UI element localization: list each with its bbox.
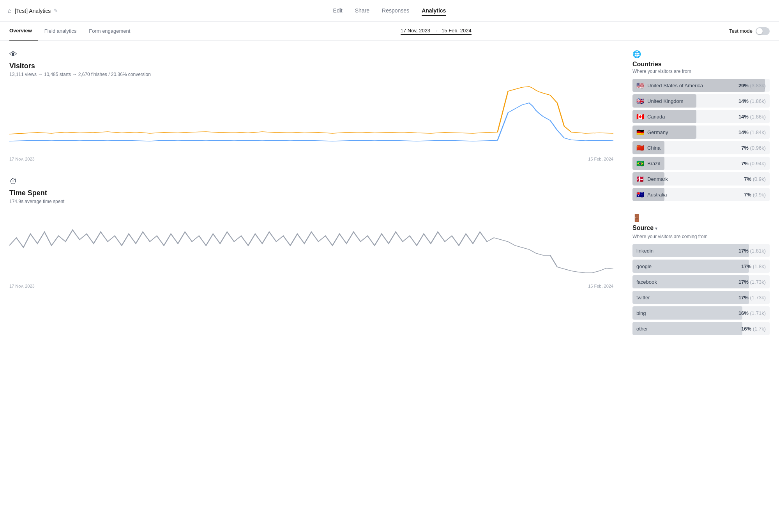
country-flag: 🇬🇧 bbox=[636, 97, 644, 105]
country-flag: 🇺🇸 bbox=[636, 82, 644, 89]
country-value: 7% (0.9k) bbox=[744, 176, 766, 182]
country-item: 🇺🇸 United States of America 29% (3.83k) bbox=[632, 79, 770, 92]
source-section: 🚪 Source ▾ Where your visitors are comin… bbox=[632, 214, 770, 335]
source-count: (1.8k) bbox=[753, 263, 766, 269]
visitors-section: 👁 Visitors 13,111 views → 10,485 starts … bbox=[9, 50, 613, 161]
visitors-title: Visitors bbox=[9, 62, 613, 70]
time-spent-section: ⏱ Time Spent 174.9s average time spent 1… bbox=[9, 177, 613, 288]
time-spent-chart bbox=[9, 210, 613, 281]
right-panel: 🌐 Countries Where your visitors are from… bbox=[623, 41, 779, 357]
country-count: (3.83k) bbox=[750, 83, 766, 88]
time-spent-date-end: 15 Feb, 2024 bbox=[588, 284, 613, 288]
country-flag: 🇩🇪 bbox=[636, 129, 644, 136]
country-value: 14% (1.86k) bbox=[738, 114, 766, 120]
country-label: Germany bbox=[647, 129, 738, 135]
source-label: twitter bbox=[636, 295, 738, 300]
main-content: 👁 Visitors 13,111 views → 10,485 starts … bbox=[0, 41, 779, 357]
toggle-knob bbox=[756, 28, 763, 34]
source-value: 17% (1.8k) bbox=[741, 263, 766, 269]
visitors-chart bbox=[9, 83, 613, 154]
source-subtitle: Where your visitors are coming from bbox=[632, 234, 770, 239]
source-label: google bbox=[636, 263, 741, 269]
time-spent-icon: ⏱ bbox=[9, 177, 613, 186]
time-spent-date-start: 17 Nov, 2023 bbox=[9, 284, 35, 288]
source-title[interactable]: Source bbox=[632, 224, 654, 232]
source-list: linkedin 17% (1.81k) google 17% (1.8k) f… bbox=[632, 244, 770, 335]
country-value: 14% (1.84k) bbox=[738, 129, 766, 135]
time-spent-stats: 174.9s average time spent bbox=[9, 199, 613, 204]
country-count: (1.86k) bbox=[750, 98, 766, 104]
country-item: 🇧🇷 Brazil 7% (0.94k) bbox=[632, 157, 770, 170]
source-count: (1.7k) bbox=[753, 326, 766, 332]
source-item: google 17% (1.8k) bbox=[632, 260, 770, 273]
source-count: (1.81k) bbox=[750, 248, 766, 254]
country-value: 7% (0.96k) bbox=[741, 145, 766, 151]
sub-nav-tabs: Overview Field analytics Form engagement bbox=[9, 22, 143, 41]
source-count: (1.71k) bbox=[750, 310, 766, 316]
source-count: (1.73k) bbox=[750, 279, 766, 285]
source-value: 17% (1.81k) bbox=[738, 248, 766, 254]
source-item: twitter 17% (1.73k) bbox=[632, 291, 770, 304]
tab-field-analytics[interactable]: Field analytics bbox=[44, 22, 83, 41]
countries-list: 🇺🇸 United States of America 29% (3.83k) … bbox=[632, 79, 770, 201]
countries-section: 🌐 Countries Where your visitors are from… bbox=[632, 50, 770, 201]
source-count: (1.73k) bbox=[750, 295, 766, 300]
country-count: (0.9k) bbox=[753, 176, 766, 182]
country-count: (0.94k) bbox=[750, 161, 766, 166]
source-label: other bbox=[636, 326, 741, 332]
country-value: 29% (3.83k) bbox=[738, 83, 766, 88]
country-label: United States of America bbox=[647, 83, 738, 88]
sub-nav: Overview Field analytics Form engagement… bbox=[0, 22, 779, 41]
nav-item-responses[interactable]: Responses bbox=[382, 6, 409, 16]
date-end: 15 Feb, 2024 bbox=[442, 28, 472, 34]
source-item: linkedin 17% (1.81k) bbox=[632, 244, 770, 257]
country-count: (0.96k) bbox=[750, 145, 766, 151]
visitors-icon: 👁 bbox=[9, 50, 613, 59]
nav-item-edit[interactable]: Edit bbox=[333, 6, 343, 16]
tab-overview[interactable]: Overview bbox=[9, 22, 38, 41]
nav-title: [Test] Analytics bbox=[15, 8, 51, 14]
date-range[interactable]: 17 Nov, 2023 → 15 Feb, 2024 bbox=[401, 28, 472, 35]
time-spent-chart-svg bbox=[9, 210, 613, 281]
country-label: Canada bbox=[647, 114, 738, 120]
source-value: 16% (1.71k) bbox=[738, 310, 766, 316]
country-flag: 🇩🇰 bbox=[636, 175, 644, 183]
source-title-row: Source ▾ bbox=[632, 224, 770, 232]
source-value: 17% (1.73k) bbox=[738, 295, 766, 300]
source-item: facebook 17% (1.73k) bbox=[632, 275, 770, 288]
tab-form-engagement[interactable]: Form engagement bbox=[89, 22, 136, 41]
left-panel: 👁 Visitors 13,111 views → 10,485 starts … bbox=[0, 41, 623, 357]
home-icon[interactable]: ⌂ bbox=[8, 7, 12, 14]
source-label: bing bbox=[636, 310, 738, 316]
visitors-chart-labels: 17 Nov, 2023 15 Feb, 2024 bbox=[9, 157, 613, 161]
country-item: 🇦🇺 Australia 7% (0.9k) bbox=[632, 188, 770, 201]
country-count: (0.9k) bbox=[753, 192, 766, 198]
countries-subtitle: Where your visitors are from bbox=[632, 69, 770, 74]
nav-left: ⌂ [Test] Analytics ✎ bbox=[8, 7, 58, 14]
country-flag: 🇨🇳 bbox=[636, 144, 644, 152]
nav-item-analytics[interactable]: Analytics bbox=[422, 6, 446, 16]
test-mode-label: Test mode bbox=[729, 28, 753, 34]
visitors-date-start: 17 Nov, 2023 bbox=[9, 157, 35, 161]
country-label: Brazil bbox=[647, 161, 741, 166]
country-item: 🇨🇦 Canada 14% (1.86k) bbox=[632, 110, 770, 123]
country-flag: 🇦🇺 bbox=[636, 191, 644, 198]
country-item: 🇨🇳 China 7% (0.96k) bbox=[632, 141, 770, 154]
edit-icon[interactable]: ✎ bbox=[54, 8, 58, 14]
source-value: 17% (1.73k) bbox=[738, 279, 766, 285]
source-label: linkedin bbox=[636, 248, 738, 254]
country-flag: 🇧🇷 bbox=[636, 160, 644, 167]
time-spent-title: Time Spent bbox=[9, 189, 613, 197]
country-value: 14% (1.86k) bbox=[738, 98, 766, 104]
source-value: 16% (1.7k) bbox=[741, 326, 766, 332]
country-label: China bbox=[647, 145, 741, 151]
top-nav: ⌂ [Test] Analytics ✎ Edit Share Response… bbox=[0, 0, 779, 22]
test-mode-toggle[interactable] bbox=[756, 27, 770, 35]
nav-item-share[interactable]: Share bbox=[355, 6, 369, 16]
source-item: other 16% (1.7k) bbox=[632, 322, 770, 335]
test-mode-section: Test mode bbox=[729, 27, 770, 35]
country-count: (1.86k) bbox=[750, 114, 766, 120]
country-count: (1.84k) bbox=[750, 129, 766, 135]
country-item: 🇩🇪 Germany 14% (1.84k) bbox=[632, 125, 770, 139]
source-chevron[interactable]: ▾ bbox=[655, 226, 657, 231]
